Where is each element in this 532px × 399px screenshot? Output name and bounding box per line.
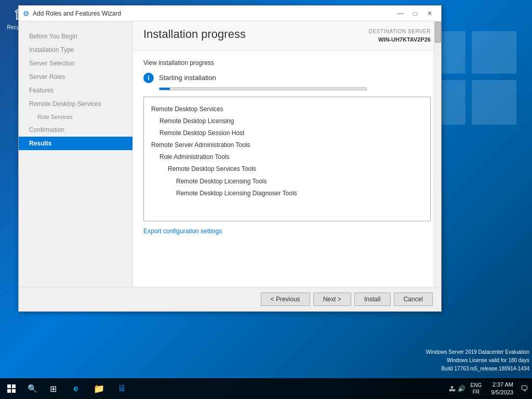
minimize-button[interactable]: — (393, 8, 408, 19)
taskbar: 🔍 ⊞ e 📁 🖥 🖧 🔊 ENG FR (0, 378, 532, 399)
desktop: 🗑 Recycle Bin ⚙ Add Roles and Features W… (0, 0, 532, 399)
window-title: Add Roles and Features Wizard (33, 10, 393, 17)
sidebar-item-results[interactable]: Results (19, 137, 132, 150)
destination-server-info: DESTINATION SERVER WIN-UH7KTAV2P26 (369, 28, 431, 44)
svg-rect-4 (7, 384, 11, 388)
progress-bar (159, 87, 367, 90)
taskbar-icon-tasklist[interactable]: ⊞ (42, 378, 64, 399)
search-icon: 🔍 (28, 384, 37, 393)
speaker-icon[interactable]: 🔊 (458, 385, 466, 392)
sidebar-item-server-roles[interactable]: Server Roles (19, 70, 132, 84)
previous-button[interactable]: < Previous (261, 292, 310, 306)
sidebar-item-features[interactable]: Features (19, 84, 132, 97)
lang-primary: ENG (471, 382, 482, 389)
sidebar-item-role-services[interactable]: Role Services (19, 111, 132, 123)
server-name: WIN-UH7KTAV2P26 (369, 35, 431, 44)
windows-start-icon (7, 384, 16, 393)
destination-label: DESTINATION SERVER (369, 28, 431, 35)
feature-item-0: Remote Desktop Services (151, 103, 423, 115)
svg-rect-6 (7, 389, 11, 393)
maximize-button[interactable]: □ (408, 8, 422, 19)
content-header: Installation progress DESTINATION SERVER… (133, 21, 441, 51)
server-manager-icon: 🖥 (117, 383, 126, 394)
svg-rect-3 (472, 80, 516, 125)
next-button[interactable]: Next > (313, 292, 351, 306)
page-title: Installation progress (143, 28, 246, 41)
taskbar-right: 🖧 🔊 ENG FR 2:37 AM 9/5/2023 🗨 (449, 378, 533, 399)
window-controls: — □ ✕ (393, 8, 437, 19)
ie-icon: e (73, 383, 78, 394)
system-tray-icons: 🖧 🔊 (449, 385, 466, 393)
window-titlebar: ⚙ Add Roles and Features Wizard — □ ✕ (19, 6, 441, 21)
start-button[interactable] (0, 378, 23, 399)
status-line-3: Build 17763.rs5_release.180914-1434 (426, 365, 529, 373)
window-body: Before You Begin Installation Type Serve… (19, 21, 441, 287)
features-list-box: Remote Desktop Services Remote Desktop L… (143, 97, 431, 221)
tasklist-icon: ⊞ (50, 384, 57, 394)
notification-icon[interactable]: 🗨 (521, 384, 528, 393)
clock[interactable]: 2:37 AM 9/5/2023 (487, 381, 517, 397)
status-line-1: Windows Server 2019 Datacenter Evaluatio… (426, 348, 529, 356)
wizard-icon: ⚙ (23, 9, 30, 18)
clock-date: 9/5/2023 (491, 389, 513, 396)
taskbar-icon-explorer[interactable]: 📁 (87, 378, 110, 399)
svg-rect-7 (12, 389, 16, 393)
wizard-window: ⚙ Add Roles and Features Wizard — □ ✕ Be… (18, 5, 442, 312)
install-button[interactable]: Install (354, 292, 391, 306)
sidebar-item-server-selection[interactable]: Server Selection (19, 57, 132, 70)
explorer-icon: 📁 (94, 383, 104, 394)
section-label: View installation progress (143, 59, 431, 66)
feature-item-4: Role Administration Tools (151, 151, 423, 163)
sidebar-item-before-you-begin[interactable]: Before You Begin (19, 30, 132, 43)
close-button[interactable]: ✕ (422, 8, 437, 19)
info-icon: i (143, 73, 154, 83)
export-config-link[interactable]: Export configuration settings (143, 228, 222, 235)
svg-rect-5 (12, 384, 16, 388)
sidebar-item-installation-type[interactable]: Installation Type (19, 43, 132, 57)
network-icon[interactable]: 🖧 (449, 385, 456, 393)
taskbar-icon-server-manager[interactable]: 🖥 (110, 378, 133, 399)
taskbar-icon-ie[interactable]: e (64, 378, 87, 399)
status-line-2: Windows License valid for 180 days (426, 356, 529, 365)
scrollbar-thumb[interactable] (435, 22, 441, 43)
clock-time: 2:37 AM (491, 381, 513, 389)
sidebar-item-confirmation[interactable]: Confirmation (19, 123, 132, 137)
search-button[interactable]: 🔍 (23, 378, 42, 399)
language-indicator[interactable]: ENG FR (469, 382, 484, 395)
sidebar-item-remote-desktop[interactable]: Remote Desktop Services (19, 97, 132, 111)
info-row: i Starting installation (143, 73, 431, 83)
feature-item-7: Remote Desktop Licensing Diagnoser Tools (151, 188, 423, 200)
cancel-button[interactable]: Cancel (394, 292, 433, 306)
wizard-sidebar: Before You Begin Installation Type Serve… (19, 21, 133, 287)
feature-item-2: Remote Desktop Session Host (151, 127, 423, 139)
svg-rect-1 (472, 31, 516, 74)
progress-bar-fill (159, 88, 170, 90)
taskbar-pinned-icons: ⊞ e 📁 🖥 (42, 378, 133, 399)
feature-item-5: Remote Desktop Services Tools (151, 163, 423, 175)
feature-item-3: Remote Server Administration Tools (151, 139, 423, 151)
main-content-area: Installation progress DESTINATION SERVER… (133, 21, 441, 287)
content-body: View installation progress i Starting in… (133, 51, 441, 287)
scrollbar-track[interactable] (434, 21, 441, 287)
window-footer: < Previous Next > Install Cancel (19, 287, 441, 311)
lang-secondary: FR (471, 389, 482, 395)
feature-item-1: Remote Desktop Licensing (151, 115, 423, 127)
windows-status-info: Windows Server 2019 Datacenter Evaluatio… (426, 348, 529, 373)
feature-item-6: Remote Desktop Licensing Tools (151, 176, 423, 188)
status-text: Starting installation (159, 74, 216, 82)
